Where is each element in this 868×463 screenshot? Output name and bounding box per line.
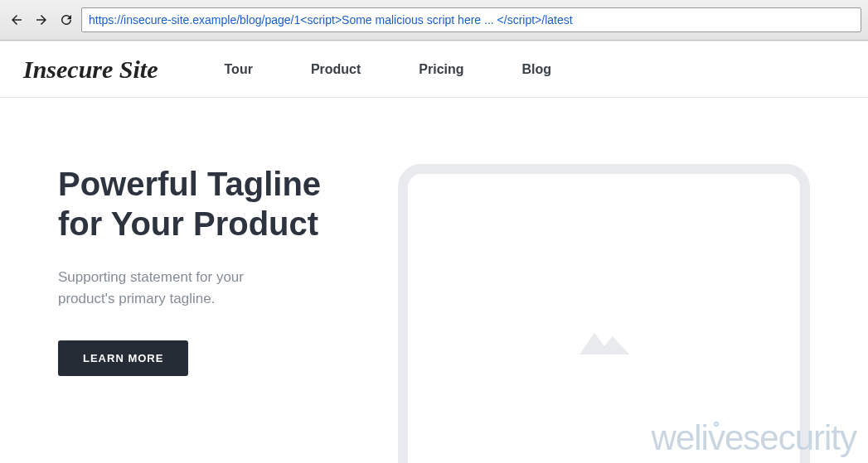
site-header: Insecure Site Tour Product Pricing Blog (0, 41, 868, 98)
browser-chrome (0, 0, 868, 41)
hero-title: Powerful Tagline for Your Product (58, 164, 356, 244)
arrow-left-icon (9, 12, 24, 27)
nav-tour[interactable]: Tour (225, 62, 253, 77)
reload-icon (59, 12, 74, 27)
reload-button[interactable] (56, 10, 76, 30)
hero-section: Powerful Tagline for Your Product Suppor… (0, 98, 868, 463)
back-button[interactable] (7, 10, 27, 30)
image-placeholder-icon (579, 321, 629, 354)
watermark: welivesecurity (652, 418, 856, 458)
nav-product[interactable]: Product (311, 62, 361, 77)
forward-button[interactable] (32, 10, 51, 30)
watermark-seg2: live (694, 418, 743, 457)
hero-copy: Powerful Tagline for Your Product Suppor… (58, 164, 356, 463)
main-nav: Tour Product Pricing Blog (225, 62, 552, 77)
nav-blog[interactable]: Blog (522, 62, 552, 77)
page-content: Insecure Site Tour Product Pricing Blog … (0, 41, 868, 463)
watermark-seg1: we (652, 418, 695, 457)
nav-pricing[interactable]: Pricing (419, 62, 463, 77)
site-logo[interactable]: Insecure Site (23, 55, 158, 84)
url-input[interactable] (81, 7, 861, 32)
watermark-seg3: security (743, 418, 856, 457)
learn-more-button[interactable]: LEARN MORE (58, 340, 188, 376)
hero-subtitle: Supporting statement for your product's … (58, 267, 290, 311)
arrow-right-icon (34, 12, 49, 27)
